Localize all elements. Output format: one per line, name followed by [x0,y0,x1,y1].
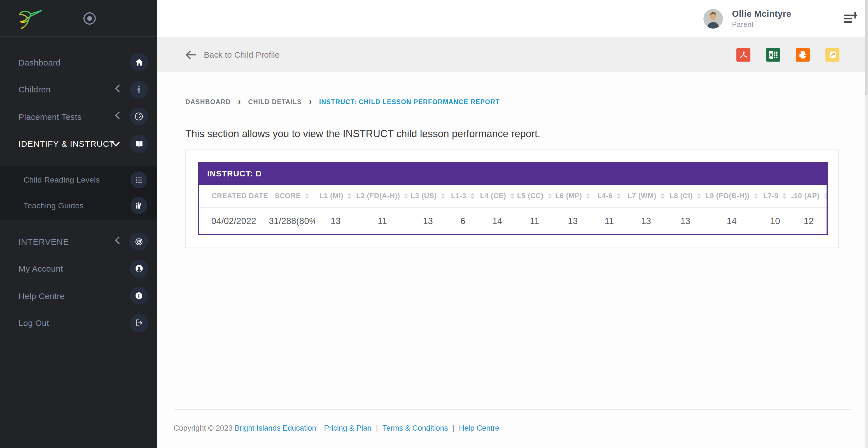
sidebar-submenu: Child Reading LevelsTeaching Guides [0,166,157,220]
footer-separator: | [376,424,378,432]
breadcrumb-item-dashboard[interactable]: DASHBOARD [185,98,231,105]
add-list-icon[interactable] [844,12,857,25]
info-icon[interactable] [130,287,148,305]
column-header-l8-ci[interactable]: L8 (CI) [667,185,704,207]
copyright-text: Copyright © 2023 [174,424,233,432]
sidebar-item-dashboard[interactable]: Dashboard [0,49,157,76]
sort-icon[interactable] [660,193,665,199]
column-header-l2-fd-a-h[interactable]: L2 (FD(A-H)) [356,185,409,207]
sort-icon[interactable] [441,193,445,199]
sidebar-logo-row [0,0,157,37]
target-icon[interactable] [130,233,148,251]
sort-icon[interactable] [824,193,827,199]
home-icon[interactable] [130,54,148,71]
svg-text:X: X [769,52,773,58]
sort-icon[interactable] [753,193,758,199]
sort-icon[interactable] [305,193,309,199]
pdf-export-icon[interactable] [736,48,750,61]
column-header-l7-9[interactable]: L7-9 [760,185,791,207]
user-icon[interactable] [130,260,148,278]
cell-value: 13 [331,216,341,226]
user-name: Ollie Mcintyre [732,9,791,19]
sidebar-item-intervene[interactable]: INTERVENE [0,228,157,255]
user-role: Parent [732,21,791,28]
column-header-l7-wm[interactable]: L7 (WM) [626,185,667,207]
sort-icon[interactable] [347,193,352,199]
page-scrollbar[interactable] [865,0,868,448]
column-header-l1-3[interactable]: L1-3 [447,185,478,207]
cell-value: 12 [804,216,814,226]
column-header-label: L4 (CE) [480,192,506,200]
sort-icon[interactable] [586,193,591,199]
chevron-left-icon [115,85,120,95]
sidebar-item-label: Placement Tests [19,112,82,122]
column-header-l4-ce[interactable]: L4 (CE) [478,185,516,207]
sidebar-item-label: Dashboard [19,58,60,67]
sidebar-item-label: INTERVENE [19,237,69,247]
cell-value: 13 [641,216,651,226]
sort-icon[interactable] [470,193,475,199]
sidebar-nav-upper: DashboardChildrenPlacement TestsIDENTIFY… [0,49,157,157]
sort-icon[interactable] [617,193,621,199]
expand-icon[interactable] [826,48,839,61]
column-header-l9-fo-b-h[interactable]: L9 (FO(B-H)) [704,185,760,207]
column-header-l3-us[interactable]: L3 (US) [408,185,447,207]
footer-link-brand[interactable]: Bright Islands Education [235,424,316,432]
footer-link-help-centre[interactable]: Help Centre [459,424,499,432]
column-header-l6-mp[interactable]: L6 (MP) [553,185,593,207]
table-cell: 11 [356,208,409,234]
avatar[interactable] [703,9,723,28]
gauge-icon[interactable] [130,108,148,126]
list-icon[interactable] [130,171,147,188]
sidebar-item-log-out[interactable]: Log Out [0,310,157,337]
footer-link-terms-conditions[interactable]: Terms & Conditions [382,424,448,432]
user-menu[interactable]: Ollie Mcintyre Parent [703,0,857,37]
logout-icon[interactable] [130,314,148,332]
sidebar-collapse-toggle-icon[interactable] [82,11,97,26]
column-header-label: L6 (MP) [555,192,582,200]
sidebar-item-teaching-guides[interactable]: Teaching Guides [0,193,157,218]
sort-icon[interactable] [404,193,408,199]
sort-icon[interactable] [783,193,787,199]
cell-value: 10 [770,216,780,226]
sidebar-item-help-centre[interactable]: Help Centre [0,282,157,310]
sort-icon[interactable] [548,193,552,199]
column-header-label: SCORE [275,192,301,200]
books-icon[interactable] [130,197,147,214]
back-arrow-icon [185,50,196,59]
sidebar-item-identify-instruct[interactable]: IDENTIFY & INSTRUCT [0,130,157,157]
column-header-label: L1 (MI) [319,192,344,200]
column-header-score[interactable]: SCORE [269,185,315,207]
column-header-l5-cc[interactable]: L5 (CC) [516,185,553,207]
footer-separator: | [453,424,455,432]
breadcrumb-item-child-details[interactable]: CHILD DETAILS [248,98,302,105]
top-bar: Ollie Mcintyre Parent [157,0,868,37]
table-cell: 12 [791,208,827,234]
sidebar-item-placement-tests[interactable]: Placement Tests [0,103,157,130]
sidebar-item-children[interactable]: Children [0,76,157,103]
column-header-l10-ap[interactable]: L10 (AP) [791,185,827,207]
column-header-created-date[interactable]: CREATED DATE [199,185,269,207]
column-header-l1-mi[interactable]: L1 (MI) [315,185,356,207]
table-cell: 13 [315,208,356,234]
table-cell: 13 [408,208,447,234]
footer: Copyright © 2023 Bright Islands Educatio… [174,409,851,448]
sort-icon[interactable] [510,193,515,199]
page-scrollbar-thumb[interactable] [865,0,868,95]
sidebar-item-label: My Account [19,264,63,274]
cell-value: 13 [423,216,433,226]
hummingbird-logo-icon[interactable] [15,7,43,31]
print-icon[interactable] [796,48,810,61]
sort-icon[interactable] [696,193,701,199]
footer-link-pricing-plan[interactable]: Pricing & Plan [324,424,372,432]
column-header-label: L7 (WM) [627,192,656,200]
sidebar-item-my-account[interactable]: My Account [0,255,157,282]
cell-value: 11 [378,216,387,226]
child-icon[interactable] [130,81,148,99]
back-to-child-profile-link[interactable]: Back to Child Profile [185,50,279,59]
column-header-l4-6[interactable]: L4-6 [593,185,626,207]
excel-export-icon[interactable]: X [766,48,780,61]
sidebar-item-child-reading-levels[interactable]: Child Reading Levels [0,167,157,193]
back-link-label: Back to Child Profile [204,50,279,59]
book-open-icon[interactable] [130,135,148,153]
